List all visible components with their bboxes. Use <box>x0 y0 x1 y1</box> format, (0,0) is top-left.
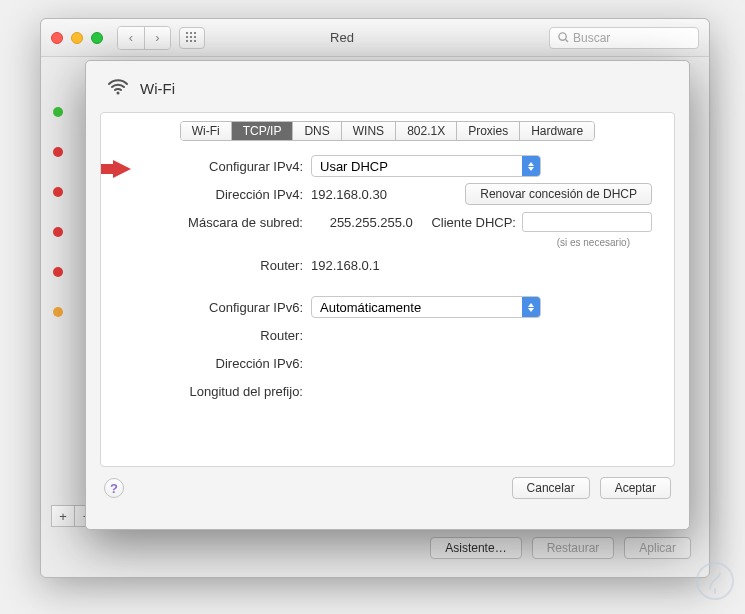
status-dot-warning <box>53 307 63 317</box>
select-config-ipv4-value: Usar DHCP <box>320 159 388 174</box>
titlebar: ‹ › Red Buscar <box>41 19 709 57</box>
tab-proxies[interactable]: Proxies <box>457 122 520 140</box>
sheet-content: Wi-Fi TCP/IP DNS WINS 802.1X Proxies Har… <box>100 112 675 467</box>
watermark-icon <box>695 561 735 604</box>
help-button[interactable]: ? <box>104 478 124 498</box>
svg-point-9 <box>559 33 566 40</box>
sheet-footer: ? Cancelar Aceptar <box>86 467 689 509</box>
status-dot-disconnected <box>53 267 63 277</box>
select-config-ipv4[interactable]: Usar DHCP <box>311 155 541 177</box>
tab-hardware[interactable]: Hardware <box>520 122 594 140</box>
window-title: Red <box>135 30 549 45</box>
chevron-updown-icon <box>522 297 540 317</box>
input-dhcp-client[interactable] <box>522 212 652 232</box>
parent-bottom-buttons: Asistente… Restaurar Aplicar <box>430 537 691 559</box>
close-window-button[interactable] <box>51 32 63 44</box>
tab-wins[interactable]: WINS <box>342 122 396 140</box>
tab-bar: Wi-Fi TCP/IP DNS WINS 802.1X Proxies Har… <box>101 121 674 141</box>
label-config-ipv4: Configurar IPv4: <box>161 159 311 174</box>
value-mascara: 255.255.255.0 <box>330 215 413 230</box>
status-dot-disconnected <box>53 227 63 237</box>
label-dhcp-client: Cliente DHCP: <box>431 215 516 230</box>
add-service-button[interactable]: + <box>51 505 75 527</box>
svg-point-11 <box>117 92 120 95</box>
wifi-icon <box>106 75 130 102</box>
chevron-updown-icon <box>522 156 540 176</box>
sheet-header: Wi-Fi <box>86 61 689 112</box>
tab-dns[interactable]: DNS <box>293 122 341 140</box>
callout-arrow <box>113 160 131 178</box>
status-dot-connected <box>53 107 63 117</box>
label-mascara: Máscara de subred: <box>161 215 311 230</box>
hint-necessary: (si es necesario) <box>161 237 630 248</box>
search-input[interactable]: Buscar <box>549 27 699 49</box>
sheet-title: Wi-Fi <box>140 80 175 97</box>
traffic-lights <box>51 32 103 44</box>
label-prefijo: Longitud del prefijo: <box>161 384 311 399</box>
tab-wifi[interactable]: Wi-Fi <box>181 122 232 140</box>
search-placeholder: Buscar <box>573 31 610 45</box>
label-router6: Router: <box>161 328 311 343</box>
svg-line-10 <box>565 39 568 42</box>
tcpip-form: Configurar IPv4: Usar DHCP Dirección IPv… <box>101 155 674 402</box>
status-dot-disconnected <box>53 187 63 197</box>
restore-button[interactable]: Restaurar <box>532 537 615 559</box>
status-dot-disconnected <box>53 147 63 157</box>
apply-button[interactable]: Aplicar <box>624 537 691 559</box>
advanced-settings-sheet: Wi-Fi Wi-Fi TCP/IP DNS WINS 802.1X Proxi… <box>85 60 690 530</box>
zoom-window-button[interactable] <box>91 32 103 44</box>
search-icon <box>558 32 569 43</box>
select-config-ipv6[interactable]: Automáticamente <box>311 296 541 318</box>
renew-dhcp-button[interactable]: Renovar concesión de DHCP <box>465 183 652 205</box>
cancel-button[interactable]: Cancelar <box>512 477 590 499</box>
value-dir-ipv4: 192.168.0.30 <box>311 187 387 202</box>
tab-8021x[interactable]: 802.1X <box>396 122 457 140</box>
ok-button[interactable]: Aceptar <box>600 477 671 499</box>
label-config-ipv6: Configurar IPv6: <box>161 300 311 315</box>
value-router4: 192.168.0.1 <box>311 258 380 273</box>
label-dir-ipv6: Dirección IPv6: <box>161 356 311 371</box>
tab-tcpip[interactable]: TCP/IP <box>232 122 294 140</box>
label-router4: Router: <box>161 258 311 273</box>
sidebar-status-dots <box>53 107 63 317</box>
select-config-ipv6-value: Automáticamente <box>320 300 421 315</box>
minimize-window-button[interactable] <box>71 32 83 44</box>
assistant-button[interactable]: Asistente… <box>430 537 521 559</box>
label-dir-ipv4: Dirección IPv4: <box>161 187 311 202</box>
